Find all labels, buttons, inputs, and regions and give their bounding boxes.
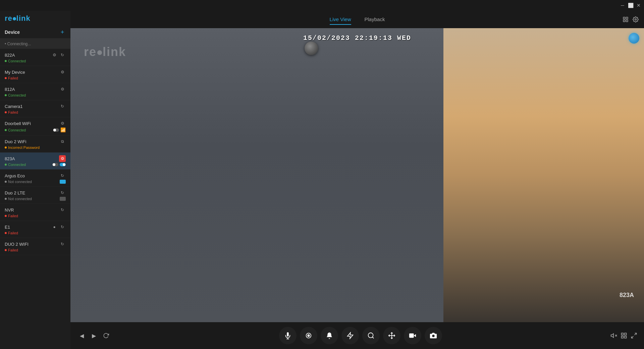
svg-point-10 [368, 333, 373, 338]
status-812a: Connected [5, 93, 26, 97]
bottom-left-controls: ◀ ▶ [77, 331, 111, 340]
sidebar-item-arguseco[interactable]: Argus Eco ↻ Not connected [0, 170, 70, 187]
sidebar-item-822a[interactable]: 822A ⚙ ↻ Connected [0, 49, 70, 66]
svg-point-16 [432, 335, 434, 337]
refresh-icon-duo2wifi2[interactable]: ↻ [59, 241, 66, 247]
snapshot-button[interactable] [425, 327, 442, 344]
video-button[interactable] [404, 327, 421, 344]
svg-line-24 [635, 333, 637, 335]
sidebar-item-camera1[interactable]: Camera1 ↻ Failed [0, 100, 70, 117]
svg-rect-20 [622, 333, 624, 335]
tab-playback[interactable]: Playback [365, 14, 385, 25]
device-name-822a: 822A [5, 53, 15, 58]
device-name-duo2wifi: Duo 2 WiFi [5, 139, 26, 144]
svg-marker-9 [347, 333, 353, 339]
svg-rect-22 [622, 336, 624, 338]
refresh-icon-duo2lte[interactable]: ↻ [59, 189, 66, 196]
device-name-doorbellwifi: Doorbell WiFi [5, 121, 31, 126]
svg-marker-17 [611, 334, 614, 338]
toggle-icon-doorbellwifi[interactable] [53, 128, 59, 132]
status-dot-arguseco [5, 181, 7, 183]
prev-button[interactable]: ◀ [77, 331, 87, 340]
sidebar-item-duo2wifi[interactable]: Duo 2 WiFi ⧉ Incorrect Password [0, 135, 70, 153]
gear-icon-823a[interactable]: ⚙ [59, 155, 66, 162]
title-bar-controls: ─ ⬜ ✕ [620, 3, 641, 8]
status-indicator [629, 33, 639, 44]
status-dot-duo2wifi [5, 147, 7, 149]
video-content: 15/02/2023 22:19:13 WED relink 823A [70, 28, 644, 322]
device-name-mydevice: My Device [5, 70, 25, 75]
gear-icon-812a[interactable]: ⚙ [59, 86, 66, 93]
mic-button[interactable] [279, 327, 297, 344]
album-icon-button[interactable] [623, 16, 629, 23]
status-duo2wifi: Incorrect Password [5, 146, 40, 150]
svg-rect-21 [625, 333, 627, 335]
status-arguseco: Not connected [5, 180, 32, 184]
control-buttons [279, 327, 442, 344]
device-name-nvr: NVR [5, 208, 14, 213]
sidebar-item-duo2wifi2[interactable]: DUO 2 WIFI ↻ Failed [0, 238, 70, 255]
settings-icon-button[interactable] [633, 16, 639, 23]
video-area: 15/02/2023 22:19:13 WED relink 823A [70, 28, 644, 322]
status-822a: Connected [5, 59, 26, 63]
minimize-button[interactable]: ─ [620, 3, 625, 8]
sidebar-item-812a[interactable]: 812A ⚙ Connected [0, 83, 70, 100]
blue-rect-arguseco [60, 180, 66, 184]
status-dot-duo2lte [5, 198, 7, 200]
svg-rect-3 [626, 20, 628, 22]
camera-name-overlay: 823A [620, 292, 634, 299]
video-bg-right [443, 28, 644, 322]
status-duo2wifi2: Failed [5, 248, 18, 252]
tab-liveview[interactable]: Live View [330, 14, 351, 25]
status-e1: Failed [5, 231, 18, 235]
fullscreen-button[interactable] [631, 332, 637, 339]
sidebar-item-e1[interactable]: E1 ● ↻ Failed [0, 221, 70, 238]
video-bg-left [70, 28, 443, 322]
gear-icon-mydevice[interactable]: ⚙ [59, 69, 66, 75]
gear-icon-822a[interactable]: ⚙ [51, 52, 58, 58]
maximize-button[interactable]: ⬜ [628, 3, 633, 8]
refresh-icon-arguseco[interactable]: ↻ [59, 172, 66, 179]
grid-layout-button[interactable] [621, 332, 627, 339]
circle-icon-e1[interactable]: ● [51, 224, 58, 230]
pan-button[interactable] [383, 327, 400, 344]
wifi-icon-doorbellwifi: 📶 [60, 127, 66, 132]
refresh-icon-nvr[interactable]: ↻ [59, 207, 66, 213]
svg-point-8 [307, 334, 310, 337]
refresh-button[interactable] [101, 331, 111, 340]
sidebar-item-mydevice[interactable]: My Device ⚙ Failed [0, 66, 70, 83]
close-button[interactable]: ✕ [636, 3, 641, 8]
bell-button[interactable] [321, 327, 338, 344]
sidebar-item-823a[interactable]: 823A ⚙ Connected [0, 153, 70, 170]
svg-line-25 [632, 336, 634, 338]
toggle-left-823a[interactable] [52, 163, 58, 166]
device-section-title: Device [5, 30, 20, 35]
zoom-button[interactable] [362, 327, 380, 344]
sidebar-item-nvr[interactable]: NVR ↻ Failed [0, 204, 70, 221]
add-device-button[interactable]: + [59, 29, 66, 36]
bottom-right-controls [610, 332, 637, 339]
status-nvr: Failed [5, 214, 18, 218]
flashlight-button[interactable] [341, 327, 359, 344]
refresh-icon-822a[interactable]: ↻ [59, 52, 66, 58]
svg-rect-15 [409, 334, 414, 338]
status-dot-mydevice [5, 77, 7, 79]
device-name-823a: 823A [5, 156, 15, 161]
sidebar-item-doorbellwifi[interactable]: Doorbell WiFi ⚙ Connected 📶 [0, 117, 70, 135]
sidebar: relink Device + • Connecting... 822A ⚙ ↻… [0, 11, 70, 349]
bottom-bar: ◀ ▶ [70, 322, 644, 349]
svg-marker-14 [414, 334, 416, 337]
toggle-right-823a[interactable] [60, 163, 66, 166]
external-icon-duo2wifi[interactable]: ⧉ [59, 138, 66, 145]
refresh-icon-camera1[interactable]: ↻ [59, 103, 66, 110]
next-button[interactable]: ▶ [89, 331, 99, 340]
camera-dome [305, 42, 318, 55]
sidebar-item-duo2lte[interactable]: Duo 2 LTE ↻ Not connected [0, 187, 70, 204]
refresh-icon-e1[interactable]: ↻ [59, 224, 66, 230]
status-mydevice: Failed [5, 76, 18, 80]
record-button[interactable] [300, 327, 317, 344]
svg-rect-23 [625, 336, 627, 338]
gear-icon-doorbellwifi[interactable]: ⚙ [59, 120, 66, 127]
volume-button[interactable] [610, 332, 617, 339]
status-dot-812a [5, 94, 7, 96]
